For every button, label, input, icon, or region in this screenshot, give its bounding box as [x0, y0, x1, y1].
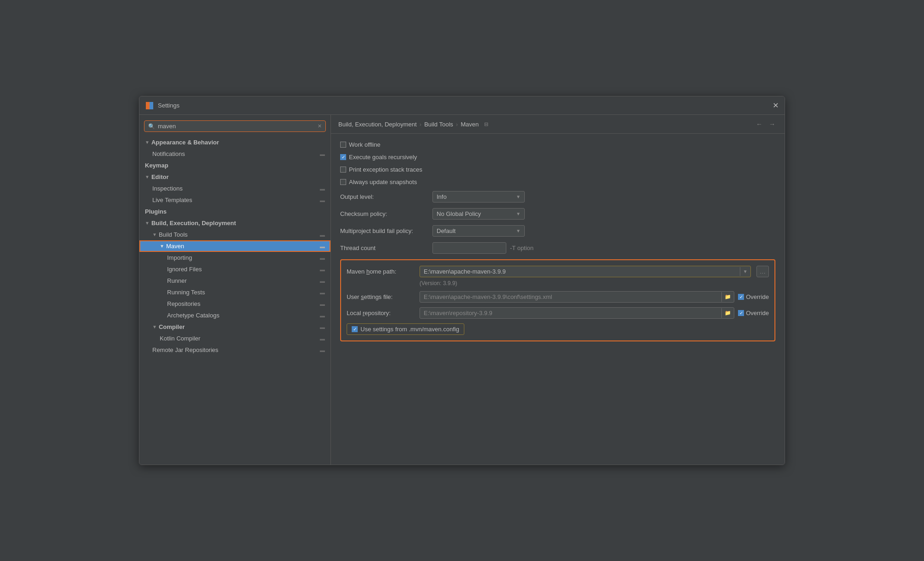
svg-rect-1	[150, 102, 153, 106]
sidebar-item-runner[interactable]: Runner ▬	[139, 275, 330, 286]
page-icon: ▬	[320, 197, 325, 203]
thread-count-row: Thread count -T option	[340, 242, 775, 254]
multiproject-policy-control: Default ▼	[432, 225, 775, 237]
settings-panel: Work offline Execute goals recursively P…	[331, 134, 785, 465]
window-icon[interactable]: ⊟	[484, 121, 488, 127]
execute-goals-checkbox[interactable]	[340, 154, 346, 160]
page-icon: ▬	[320, 255, 325, 261]
thread-count-input[interactable]	[432, 242, 506, 254]
page-icon: ▬	[320, 301, 325, 307]
sidebar-item-keymap[interactable]: Keymap	[139, 160, 330, 171]
maven-home-dropdown-button[interactable]: ▼	[740, 267, 750, 276]
page-icon: ▬	[320, 347, 325, 353]
always-update-label[interactable]: Always update snapshots	[340, 179, 417, 185]
execute-goals-label[interactable]: Execute goals recursively	[340, 154, 417, 161]
page-icon: ▬	[320, 336, 325, 341]
sidebar-item-maven[interactable]: ▼ Maven ▬	[139, 240, 330, 252]
page-icon: ▬	[320, 232, 325, 238]
multiproject-policy-dropdown[interactable]: Default ▼	[432, 225, 525, 237]
local-repository-row: Local repository: E:\maven\repository-3.…	[347, 307, 769, 319]
output-level-row: Output level: Info ▼	[340, 191, 775, 203]
breadcrumb-sep-1: ›	[420, 121, 421, 128]
highlighted-section: Maven home path: E:\maven\apache-maven-3…	[340, 259, 775, 341]
breadcrumb-bar: Build, Execution, Deployment › Build Too…	[331, 115, 785, 134]
user-settings-override-label: Override	[746, 293, 769, 300]
checksum-policy-row: Checksum policy: No Global Policy ▼	[340, 208, 775, 220]
work-offline-label[interactable]: Work offline	[340, 141, 380, 148]
search-clear-button[interactable]: ✕	[318, 123, 322, 129]
sidebar-item-kotlin-compiler[interactable]: Kotlin Compiler ▬	[139, 333, 330, 344]
breadcrumb-part-2[interactable]: Build Tools	[424, 121, 453, 128]
breadcrumb: Build, Execution, Deployment › Build Too…	[338, 121, 488, 128]
page-icon: ▬	[320, 278, 325, 284]
sidebar-item-build-tools[interactable]: ▼ Build Tools ▬	[139, 229, 330, 240]
maven-home-input[interactable]: E:\maven\apache-maven-3.9.9	[420, 266, 740, 277]
content-area: 🔍 ✕ ▼ Appearance & Behavior Notification…	[139, 115, 785, 465]
sidebar-item-importing[interactable]: Importing ▬	[139, 252, 330, 263]
back-button[interactable]: ←	[754, 119, 764, 129]
local-repository-override-label: Override	[746, 310, 769, 316]
search-input[interactable]	[158, 123, 318, 130]
breadcrumb-nav: ← →	[754, 119, 777, 129]
forward-button[interactable]: →	[767, 119, 777, 129]
use-settings-row: Use settings from .mvn/maven.config	[347, 323, 769, 335]
user-settings-row: User settings file: E:\maven\apache-mave…	[347, 291, 769, 303]
sidebar-item-compiler[interactable]: ▼ Compiler ▬	[139, 321, 330, 333]
work-offline-row: Work offline	[340, 141, 775, 148]
always-update-checkbox[interactable]	[340, 179, 346, 185]
svg-rect-0	[146, 102, 150, 106]
sidebar-item-plugins[interactable]: Plugins	[139, 206, 330, 217]
work-offline-checkbox[interactable]	[340, 142, 346, 148]
output-level-dropdown[interactable]: Info ▼	[432, 191, 525, 203]
page-icon: ▬	[320, 267, 325, 272]
page-icon: ▬	[320, 151, 325, 157]
svg-rect-3	[150, 106, 153, 109]
maven-home-input-wrap: E:\maven\apache-maven-3.9.9 ▼	[420, 266, 751, 277]
breadcrumb-part-3[interactable]: Maven	[461, 121, 479, 128]
user-settings-input[interactable]: E:\maven\apache-maven-3.9.9\conf\setting…	[420, 292, 721, 302]
sidebar-item-notifications[interactable]: Notifications ▬	[139, 148, 330, 160]
user-settings-override-checkbox[interactable]	[738, 294, 744, 300]
print-exception-label[interactable]: Print exception stack traces	[340, 166, 422, 173]
print-exception-checkbox[interactable]	[340, 167, 346, 173]
local-repository-override: Override	[738, 310, 769, 316]
breadcrumb-part-1[interactable]: Build, Execution, Deployment	[338, 121, 417, 128]
expand-arrow: ▼	[152, 324, 157, 329]
title-bar: Settings ✕	[139, 96, 785, 115]
page-icon: ▬	[320, 324, 325, 330]
local-repository-input[interactable]: E:\maven\repository-3.9.9	[420, 308, 721, 318]
sidebar: 🔍 ✕ ▼ Appearance & Behavior Notification…	[139, 115, 331, 465]
sidebar-item-archetype-catalogs[interactable]: Archetype Catalogs ▬	[139, 310, 330, 321]
app-icon	[145, 101, 154, 110]
use-settings-label[interactable]: Use settings from .mvn/maven.config	[347, 323, 464, 335]
sidebar-item-ignored-files[interactable]: Ignored Files ▬	[139, 263, 330, 275]
sidebar-item-editor[interactable]: ▼ Editor	[139, 171, 330, 183]
page-icon: ▬	[320, 186, 325, 191]
sidebar-item-repositories[interactable]: Repositories ▬	[139, 298, 330, 310]
sidebar-item-appearance-behavior[interactable]: ▼ Appearance & Behavior	[139, 137, 330, 148]
use-settings-checkbox[interactable]	[352, 326, 358, 332]
always-update-row: Always update snapshots	[340, 179, 775, 185]
user-settings-browse-button[interactable]: 📁	[721, 292, 734, 302]
page-icon: ▬	[320, 244, 325, 249]
search-box: 🔍 ✕	[144, 120, 326, 132]
expand-arrow: ▼	[145, 174, 150, 179]
user-settings-override: Override	[738, 293, 769, 300]
close-button[interactable]: ✕	[772, 102, 779, 109]
checksum-policy-label: Checksum policy:	[340, 210, 432, 217]
sidebar-item-remote-jar-repositories[interactable]: Remote Jar Repositories ▬	[139, 344, 330, 356]
output-level-label: Output level:	[340, 193, 432, 200]
maven-home-browse-button[interactable]: …	[756, 266, 769, 277]
sidebar-item-build-execution-deployment[interactable]: ▼ Build, Execution, Deployment	[139, 217, 330, 229]
settings-window: Settings ✕ 🔍 ✕ ▼ Appearance & Behavior N…	[139, 96, 785, 465]
local-repository-override-checkbox[interactable]	[738, 310, 744, 316]
sidebar-item-running-tests[interactable]: Running Tests ▬	[139, 286, 330, 298]
sidebar-item-inspections[interactable]: Inspections ▬	[139, 183, 330, 194]
breadcrumb-sep-2: ›	[456, 121, 458, 128]
execute-goals-row: Execute goals recursively	[340, 154, 775, 161]
expand-arrow: ▼	[145, 221, 150, 226]
checksum-policy-dropdown[interactable]: No Global Policy ▼	[432, 208, 525, 220]
sidebar-item-live-templates[interactable]: Live Templates ▬	[139, 194, 330, 206]
local-repository-browse-button[interactable]: 📁	[721, 308, 734, 318]
output-level-control: Info ▼	[432, 191, 775, 203]
